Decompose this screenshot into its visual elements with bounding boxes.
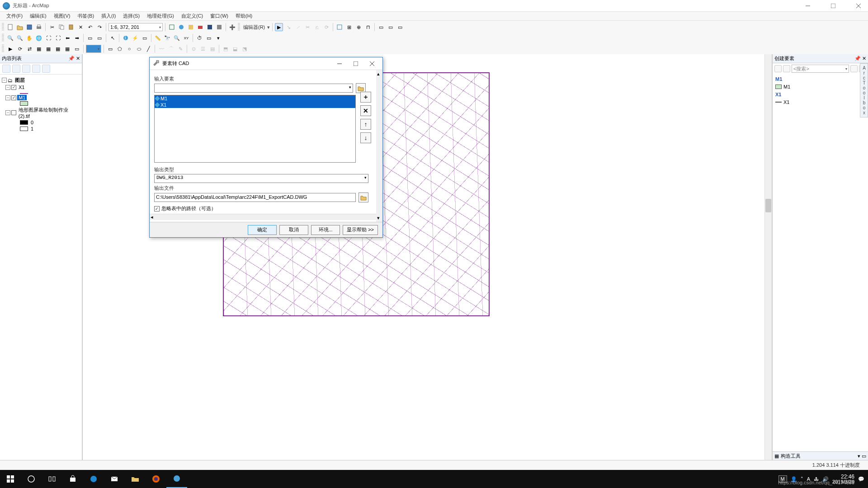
georef-grid4-icon[interactable]: ▦ <box>63 45 71 53</box>
layer-m1[interactable]: M1 <box>17 95 27 100</box>
action-center-icon[interactable]: 💬 <box>858 476 864 482</box>
layer-checkbox[interactable] <box>11 110 16 115</box>
feature-row-x1[interactable]: X1 <box>155 102 355 108</box>
draw-line-icon[interactable]: ╱ <box>144 45 152 53</box>
delete-icon[interactable]: ✕ <box>76 23 85 31</box>
select-elements-icon[interactable]: ↖ <box>108 34 117 42</box>
menu-bookmarks[interactable]: 书签(B) <box>75 12 97 20</box>
taskbar-explorer-icon[interactable] <box>125 470 146 488</box>
toc-view-source-icon[interactable] <box>12 65 20 73</box>
taskbar-edge-icon[interactable] <box>83 470 104 488</box>
cut-poly-icon[interactable]: ✂ <box>303 23 311 31</box>
tree-toggle[interactable]: − <box>2 78 7 83</box>
edit-win2-icon[interactable]: ▭ <box>387 23 395 31</box>
taskbar-arcmap-icon[interactable] <box>166 470 187 488</box>
add-feature-button[interactable]: ＋ <box>360 92 371 103</box>
input-features-list[interactable]: M1 X1 <box>154 95 356 163</box>
group-templates-icon[interactable] <box>783 65 790 72</box>
menu-window[interactable]: 窗口(W) <box>208 12 231 20</box>
source-icon[interactable] <box>177 23 185 31</box>
identify-icon[interactable]: i <box>122 34 130 42</box>
stack-icon[interactable]: ▤ <box>208 45 217 53</box>
open-folder-icon[interactable] <box>16 23 24 31</box>
toc-view-list-icon[interactable] <box>2 65 10 73</box>
fixed-zoom-in-icon[interactable]: ⛶ <box>44 34 52 42</box>
taskbar-firefox-icon[interactable] <box>146 470 166 488</box>
color-combo[interactable] <box>86 45 101 53</box>
toc-view-visible-icon[interactable] <box>22 65 30 73</box>
html-popup-icon[interactable]: ▭ <box>141 34 149 42</box>
menu-geoprocessing[interactable]: 地理处理(G) <box>144 12 177 20</box>
goto-xy-icon[interactable]: XY <box>182 34 190 42</box>
filter-templates-icon[interactable] <box>774 65 782 72</box>
python-icon[interactable] <box>206 23 214 31</box>
layer-raster[interactable]: 地形图屏幕绘制制作业(2).tif <box>17 107 80 119</box>
output-type-combo[interactable]: DWG_R2013 <box>154 174 368 183</box>
feature-row-m1[interactable]: M1 <box>155 95 355 102</box>
edit-tool-icon[interactable]: ▶ <box>275 23 283 31</box>
window-close-button[interactable] <box>852 1 865 10</box>
edit-more-icon[interactable]: ⊓ <box>364 23 372 31</box>
dropdown-icon[interactable]: ▾ <box>214 34 222 42</box>
edit-snap-icon[interactable]: ⊕ <box>354 23 363 31</box>
move-up-button[interactable]: ↑ <box>360 119 371 130</box>
zoom-out-icon[interactable]: 🔍 <box>16 34 24 42</box>
hyperlink-icon[interactable]: ⚡ <box>131 34 139 42</box>
sketch-prop-icon[interactable]: ⊞ <box>345 23 353 31</box>
catalog-icon[interactable] <box>187 23 195 31</box>
tree-toggle[interactable]: − <box>5 95 10 100</box>
tree-toggle[interactable]: − <box>5 110 10 115</box>
georef-flip-icon[interactable]: ⇄ <box>25 45 33 53</box>
panel-pin-icon[interactable]: 📌 ✕ <box>854 56 866 61</box>
georef-grid2-icon[interactable]: ▦ <box>44 45 52 53</box>
editor-menu[interactable]: 编辑器(R) <box>242 24 266 31</box>
window-maximize-button[interactable] <box>826 1 840 10</box>
save-icon[interactable] <box>25 23 33 31</box>
back-extent-icon[interactable]: ⬅ <box>63 34 71 42</box>
input-features-dropdown[interactable] <box>154 84 353 93</box>
show-help-button[interactable]: 显示帮助 >> <box>343 225 378 235</box>
select-features-icon[interactable]: ▭ <box>86 34 94 42</box>
edit-node-icon[interactable]: ⊙ <box>189 45 198 53</box>
dialog-maximize-button[interactable] <box>348 59 363 69</box>
move-down-button[interactable]: ↓ <box>360 132 371 143</box>
edit-win3-icon[interactable]: ▭ <box>396 23 404 31</box>
output-file-input[interactable]: C:\Users\58381\AppData\Local\Temp\arc224… <box>154 193 356 202</box>
rotate-icon[interactable]: ⟳ <box>322 23 330 31</box>
layer-x1[interactable]: X1 <box>17 84 26 90</box>
menu-file[interactable]: 文件(F) <box>4 12 25 20</box>
taskbar-store-icon[interactable] <box>62 470 83 488</box>
add-data-icon[interactable]: ➕ <box>228 23 236 31</box>
template-item-x1[interactable]: X1 <box>774 99 867 106</box>
print-icon[interactable] <box>35 23 43 31</box>
find-icon[interactable]: 🔭 <box>163 34 171 42</box>
tree-root[interactable]: 图层 <box>14 77 26 84</box>
georef-play-icon[interactable]: ▶ <box>6 45 14 53</box>
find-route-icon[interactable]: 🔍 <box>173 34 181 42</box>
split-icon[interactable]: ⎌ <box>313 23 321 31</box>
template-search-input[interactable]: <搜索> <box>792 65 849 73</box>
template-item-m1[interactable]: M1 <box>774 83 867 90</box>
draw-freehand-icon[interactable]: ✎ <box>176 45 184 53</box>
cancel-button[interactable]: 取消 <box>279 225 308 235</box>
georef-link-icon[interactable]: ▭ <box>73 45 81 53</box>
dialog-minimize-button[interactable] <box>332 59 347 69</box>
toc-view-sel-icon[interactable] <box>32 65 40 73</box>
georef-grid-icon[interactable]: ▦ <box>35 45 43 53</box>
toc-options-icon[interactable] <box>42 65 50 73</box>
pan-icon[interactable]: ✋ <box>25 34 33 42</box>
redo-icon[interactable]: ↷ <box>95 23 104 31</box>
paste-icon[interactable] <box>67 23 75 31</box>
scale-combo[interactable]: 1:6, 372, 201 <box>108 23 163 31</box>
draw-curve-icon[interactable]: 〰 <box>157 45 165 53</box>
tree-toggle[interactable]: − <box>5 85 10 90</box>
layer-checkbox[interactable] <box>11 95 16 100</box>
viewer-window-icon[interactable]: ▭ <box>205 34 213 42</box>
dialog-vscroll[interactable]: ▴▾ <box>376 70 382 222</box>
draw-poly-icon[interactable]: ⬠ <box>116 45 124 53</box>
copy-icon[interactable] <box>57 23 66 31</box>
layout-icon[interactable] <box>168 23 176 31</box>
model-icon[interactable] <box>215 23 223 31</box>
draw-arc-icon[interactable]: ⌒ <box>167 45 175 53</box>
menu-customize[interactable]: 自定义(C) <box>179 12 206 20</box>
